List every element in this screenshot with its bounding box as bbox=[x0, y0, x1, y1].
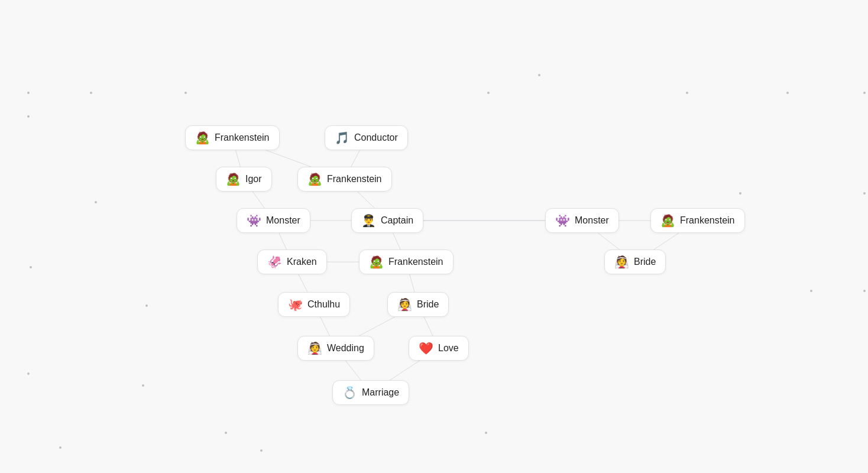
craft-card-wedding[interactable]: 👰Wedding bbox=[297, 336, 374, 361]
card-label: Kraken bbox=[287, 257, 317, 267]
craft-card-frankenstein1[interactable]: 🧟Frankenstein bbox=[185, 125, 280, 150]
craft-card-frankenstein4[interactable]: 🧟Frankenstein bbox=[359, 250, 454, 274]
card-emoji: 🧟 bbox=[660, 213, 675, 228]
craft-card-marriage[interactable]: 💍Marriage bbox=[332, 380, 409, 405]
card-label: Captain bbox=[381, 215, 413, 226]
card-label: Monster bbox=[266, 215, 300, 226]
card-emoji: 👨‍✈️ bbox=[361, 213, 376, 228]
craft-card-monster1[interactable]: 👾Monster bbox=[237, 208, 310, 233]
decorative-dot bbox=[260, 449, 263, 452]
card-emoji: 🐙 bbox=[288, 297, 303, 312]
card-label: Bride bbox=[417, 299, 439, 310]
card-label: Bride bbox=[634, 257, 656, 267]
card-emoji: 🧟 bbox=[195, 131, 210, 145]
decorative-dot bbox=[487, 92, 490, 94]
decorative-dot bbox=[810, 290, 812, 292]
decorative-dot bbox=[863, 92, 866, 94]
craft-card-love[interactable]: ❤️Love bbox=[409, 336, 469, 361]
decorative-dot bbox=[538, 74, 540, 76]
craft-card-bride2[interactable]: 👰Bride bbox=[387, 292, 449, 317]
decorative-dot bbox=[184, 92, 187, 94]
decorative-dot bbox=[786, 92, 789, 94]
decorative-dot bbox=[863, 290, 866, 292]
decorative-dot bbox=[59, 446, 61, 449]
card-emoji: 👰 bbox=[307, 341, 322, 355]
craft-card-frankenstein3[interactable]: 🧟Frankenstein bbox=[650, 208, 745, 233]
decorative-dot bbox=[863, 192, 866, 195]
card-label: Cthulhu bbox=[307, 299, 340, 310]
card-emoji: 🎵 bbox=[335, 131, 349, 145]
decorative-dot bbox=[95, 201, 97, 203]
card-emoji: 🧟 bbox=[307, 172, 322, 186]
card-emoji: 💍 bbox=[342, 385, 357, 400]
card-emoji: ❤️ bbox=[419, 341, 433, 355]
connection-lines bbox=[0, 0, 868, 473]
craft-card-frankenstein2[interactable]: 🧟Frankenstein bbox=[297, 167, 392, 192]
card-emoji: 👰 bbox=[614, 255, 629, 269]
decorative-dot bbox=[30, 266, 32, 268]
decorative-dot bbox=[225, 432, 227, 434]
card-emoji: 👰 bbox=[397, 297, 412, 312]
craft-card-igor[interactable]: 🧟Igor bbox=[216, 167, 272, 192]
craft-card-conductor[interactable]: 🎵Conductor bbox=[325, 125, 408, 150]
craft-card-kraken[interactable]: 🦑Kraken bbox=[257, 250, 327, 274]
card-emoji: 👾 bbox=[555, 213, 570, 228]
card-label: Igor bbox=[245, 174, 262, 184]
decorative-dot bbox=[90, 92, 92, 94]
decorative-dot bbox=[145, 304, 148, 307]
card-label: Conductor bbox=[354, 132, 398, 143]
decorative-dot bbox=[686, 92, 688, 94]
decorative-dot bbox=[485, 432, 487, 434]
card-emoji: 🦑 bbox=[267, 255, 282, 269]
craft-card-monster2[interactable]: 👾Monster bbox=[545, 208, 619, 233]
card-label: Monster bbox=[575, 215, 609, 226]
card-label: Frankenstein bbox=[388, 257, 443, 267]
card-emoji: 👾 bbox=[247, 213, 261, 228]
card-label: Wedding bbox=[327, 343, 364, 354]
decorative-dot bbox=[27, 92, 30, 94]
card-label: Love bbox=[438, 343, 459, 354]
craft-card-bride1[interactable]: 👰Bride bbox=[604, 250, 666, 274]
card-emoji: 🧟 bbox=[369, 255, 384, 269]
decorative-dot bbox=[27, 372, 30, 375]
decorative-dot bbox=[739, 192, 741, 195]
card-emoji: 🧟 bbox=[226, 172, 241, 186]
card-label: Frankenstein bbox=[327, 174, 382, 184]
card-label: Frankenstein bbox=[680, 215, 735, 226]
card-label: Marriage bbox=[362, 387, 399, 398]
card-label: Frankenstein bbox=[215, 132, 270, 143]
craft-card-cthulhu[interactable]: 🐙Cthulhu bbox=[278, 292, 350, 317]
craft-card-captain[interactable]: 👨‍✈️Captain bbox=[351, 208, 423, 233]
decorative-dot bbox=[27, 115, 30, 118]
decorative-dot bbox=[142, 384, 144, 387]
